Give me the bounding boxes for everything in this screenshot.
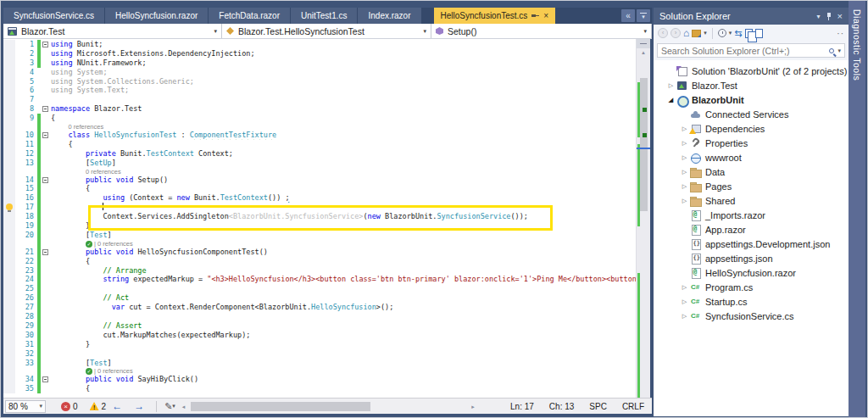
- tree-item-solution-blazorbunit-2-of-2-projects[interactable]: Solution 'BlazorbUnit' (2 of 2 projects): [654, 64, 849, 78]
- code-line[interactable]: 26 // Act: [3, 293, 636, 303]
- expander-collapsed-icon[interactable]: ▷: [679, 154, 690, 161]
- codelens-row[interactable]: 0 references: [3, 168, 636, 176]
- scrollbar-track[interactable]: [637, 57, 650, 396]
- horizontal-scrollbar-thumb[interactable]: [191, 402, 370, 411]
- search-icon[interactable]: [829, 48, 834, 53]
- lightbulb-icon[interactable]: [6, 203, 13, 210]
- tree-item-pages[interactable]: ▷Pages: [654, 179, 849, 193]
- navigate-forward-icon[interactable]: →: [134, 400, 144, 412]
- tab-unittest1-cs[interactable]: UnitTest1.cs: [291, 8, 357, 24]
- code-line[interactable]: 22 {: [3, 257, 636, 266]
- tree-item-imports-razor[interactable]: _Imports.razor: [654, 208, 849, 222]
- tree-item-appsettings-json[interactable]: appsettings.json: [654, 251, 849, 265]
- code-line[interactable]: 9{: [3, 114, 636, 123]
- chevron-down-icon[interactable]: ▾: [729, 30, 732, 36]
- project-dropdown[interactable]: Blazor.Test ▾: [3, 24, 222, 38]
- tree-item-syncfusionservice-cs[interactable]: ▷SyncfusionService.cs: [654, 309, 849, 323]
- expander-collapsed-icon[interactable]: ▷: [679, 140, 690, 147]
- collapse-box-icon[interactable]: [42, 376, 48, 382]
- switch-views-button[interactable]: [692, 30, 701, 37]
- warning-count[interactable]: 2: [102, 402, 107, 411]
- tree-item-blazorbunit[interactable]: ◢BlazorbUnit: [654, 92, 849, 107]
- expander-collapsed-icon[interactable]: ▷: [679, 313, 690, 320]
- diagnostic-tools-tab[interactable]: Diagnostic Tools: [849, 1, 865, 418]
- expander-collapsed-icon[interactable]: ▷: [679, 298, 690, 305]
- code-line[interactable]: 21 public void HelloSyncfusionComponentT…: [3, 248, 636, 257]
- codelens-row[interactable]: ✓ | 0 references: [3, 240, 636, 248]
- code-line[interactable]: 5using System.Collections.Generic;: [3, 77, 636, 86]
- code-line[interactable]: 34 public void SayHiByClick(): [3, 375, 636, 384]
- code-line[interactable]: 6using System.Text;: [3, 86, 636, 95]
- horizontal-scrollbar[interactable]: ◂ ▸: [182, 401, 475, 412]
- tree-item-data[interactable]: ▷Data: [654, 164, 849, 179]
- code-line[interactable]: 14 public void Setup(): [3, 176, 636, 185]
- codelens-row[interactable]: 0 references: [3, 123, 636, 131]
- expander-collapsed-icon[interactable]: ▷: [679, 198, 690, 204]
- warning-icon[interactable]: !: [90, 402, 99, 410]
- code-line[interactable]: 13 [SetUp]: [3, 159, 636, 168]
- tab-syncfusionservice-cs[interactable]: SyncfusionService.cs: [3, 8, 104, 24]
- code-line[interactable]: 15 {: [3, 184, 636, 193]
- code-line[interactable]: 27 var cut = Context.RenderComponent<Bla…: [3, 303, 636, 312]
- member-dropdown[interactable]: Setup() ▾: [431, 24, 652, 38]
- sync-with-active-document-button[interactable]: ⇆: [734, 28, 742, 38]
- code-editor[interactable]: 1using Bunit;2using Microsoft.Extensions…: [3, 39, 650, 398]
- tab-fetchdata-razor[interactable]: FetchData.razor: [209, 8, 290, 24]
- error-count[interactable]: 0: [73, 402, 78, 411]
- zoom-dropdown[interactable]: 80 % ▾: [5, 400, 46, 413]
- expander-collapsed-icon[interactable]: ▷: [665, 82, 676, 89]
- code-line[interactable]: 3using NUnit.Framework;: [3, 59, 636, 68]
- expander-collapsed-icon[interactable]: ▷: [679, 183, 690, 190]
- tree-item-shared[interactable]: ▷Shared: [654, 193, 849, 208]
- code-line[interactable]: 4using System;: [3, 68, 636, 77]
- home-button[interactable]: ⌂: [683, 28, 689, 38]
- code-line[interactable]: 7: [3, 95, 636, 104]
- forward-button[interactable]: ›: [670, 28, 681, 38]
- code-line[interactable]: 16 using (Context = new Bunit.TestContex…: [3, 193, 636, 203]
- code-line[interactable]: 28: [3, 312, 636, 321]
- code-line[interactable]: 12 private Bunit.TestContext Context;: [3, 149, 636, 159]
- code-line[interactable]: 10 class HelloSyncfusionTest : Component…: [3, 131, 636, 140]
- chevron-down-icon[interactable]: ▾: [704, 30, 707, 36]
- code-line[interactable]: 32: [3, 349, 636, 359]
- codelens-row[interactable]: ✓ | 0 references: [3, 367, 636, 375]
- tab-hellosyncfusion-razor[interactable]: HelloSyncfusion.razor: [105, 8, 208, 24]
- code-line[interactable]: 30 cut.MarkupMatches(expectedMarkup);: [3, 331, 636, 340]
- tree-item-wwwroot[interactable]: ▷wwwroot: [654, 150, 849, 164]
- code-line[interactable]: 19 }: [3, 221, 636, 231]
- pen-icon[interactable]: ✎: [164, 401, 172, 412]
- scroll-up-arrow[interactable]: ▲: [637, 48, 650, 57]
- code-line[interactable]: 35 {: [3, 384, 636, 393]
- scroll-tabs-left-button[interactable]: «: [621, 9, 635, 22]
- show-all-files-button[interactable]: [755, 29, 763, 38]
- code-line[interactable]: 8namespace Blazor.Test: [3, 104, 636, 114]
- tab-index-razor[interactable]: Index.razor: [358, 8, 420, 24]
- scrollbar-thumb[interactable]: [640, 78, 648, 211]
- expander-collapsed-icon[interactable]: ▷: [679, 284, 690, 291]
- code-line[interactable]: 23 // Arrange: [3, 266, 636, 276]
- tree-item-hellosyncfusion-razor[interactable]: HelloSyncfusion.razor: [654, 265, 849, 280]
- window-list-button[interactable]: ▾: [637, 9, 650, 22]
- collapse-box-icon[interactable]: [42, 177, 48, 183]
- tree-item-program-cs[interactable]: ▷Program.cs: [654, 280, 849, 294]
- tab-hellosyncfusiontest-cs[interactable]: HelloSyncfusionTest.cs×: [434, 8, 556, 24]
- collapse-box-icon[interactable]: [42, 42, 48, 47]
- close-icon[interactable]: ×: [837, 11, 843, 21]
- tree-item-properties[interactable]: ▷Properties: [654, 136, 849, 150]
- code-line[interactable]: 25: [3, 284, 636, 293]
- code-line[interactable]: 2using Microsoft.Extensions.DependencyIn…: [3, 49, 636, 59]
- split-window-handle[interactable]: [637, 39, 650, 48]
- collapse-box-icon[interactable]: [42, 132, 48, 138]
- tree-item-dependencies[interactable]: ▷Dependencies: [654, 121, 849, 136]
- close-icon[interactable]: ×: [543, 12, 548, 20]
- solution-explorer-titlebar[interactable]: Solution Explorer ▾ ×: [654, 8, 849, 25]
- pending-changes-filter-button[interactable]: [718, 29, 726, 37]
- error-icon[interactable]: ×: [61, 402, 70, 411]
- toolbar-overflow-button[interactable]: ··: [837, 29, 844, 38]
- collapse-box-icon[interactable]: [42, 249, 48, 255]
- type-dropdown[interactable]: Blazor.Test.HelloSyncfusionTest ▾: [222, 24, 431, 38]
- code-line[interactable]: 20 [Test]: [3, 231, 636, 240]
- code-line[interactable]: 11 {: [3, 140, 636, 149]
- expander-expanded-icon[interactable]: ◢: [665, 97, 676, 103]
- tree-item-app-razor[interactable]: App.razor: [654, 222, 849, 237]
